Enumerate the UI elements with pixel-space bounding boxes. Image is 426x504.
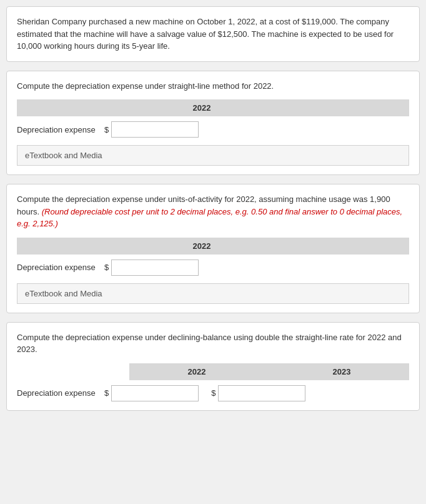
section2-etextbook-label: eTextbook and Media xyxy=(25,289,102,298)
section3-instruction: Compute the depreciation expense under d… xyxy=(17,331,409,356)
section2-instruction-red: (Round depreciable cost per unit to 2 de… xyxy=(17,207,402,229)
intro-text: Sheridan Company purchased a new machine… xyxy=(17,17,394,51)
section2-instruction: Compute the depreciation expense under u… xyxy=(17,193,409,230)
section3-row-label: Depreciation expense xyxy=(17,388,104,398)
section2-dollar: $ xyxy=(104,263,109,272)
section2-row-label: Depreciation expense xyxy=(17,263,104,272)
section2-input[interactable] xyxy=(111,260,199,276)
section1-card: Compute the depreciation expense under s… xyxy=(6,71,420,176)
section3-dollar1: $ xyxy=(104,388,109,398)
section3-input-2023[interactable] xyxy=(218,385,305,401)
intro-card: Sheridan Company purchased a new machine… xyxy=(6,6,420,62)
section1-etextbook-label: eTextbook and Media xyxy=(25,151,102,160)
section1-instruction: Compute the depreciation expense under s… xyxy=(17,80,409,93)
section1-table-header: 2022 xyxy=(17,99,409,116)
section3-card: Compute the depreciation expense under d… xyxy=(6,322,420,411)
section1-row: Depreciation expense $ xyxy=(17,121,409,138)
section1-input[interactable] xyxy=(111,121,199,138)
section3-year1-header: 2022 xyxy=(129,363,264,380)
section3-table-header: 2022 2023 xyxy=(17,363,409,380)
section2-year-header: 2022 xyxy=(129,238,274,255)
section1-row-label: Depreciation expense xyxy=(17,125,104,134)
section3-year2-header: 2023 xyxy=(274,363,409,380)
section3-input-2022[interactable] xyxy=(111,385,199,401)
section1-year-header: 2022 xyxy=(129,99,274,116)
section1-dollar: $ xyxy=(104,125,109,134)
section3-dollar2: $ xyxy=(211,388,215,398)
section3-row: Depreciation expense $ $ xyxy=(17,385,409,401)
section2-etextbook[interactable]: eTextbook and Media xyxy=(17,283,409,304)
section1-etextbook[interactable]: eTextbook and Media xyxy=(17,145,409,166)
section2-table-header: 2022 xyxy=(17,238,409,255)
section2-card: Compute the depreciation expense under u… xyxy=(6,184,420,313)
section2-row: Depreciation expense $ xyxy=(17,260,409,276)
